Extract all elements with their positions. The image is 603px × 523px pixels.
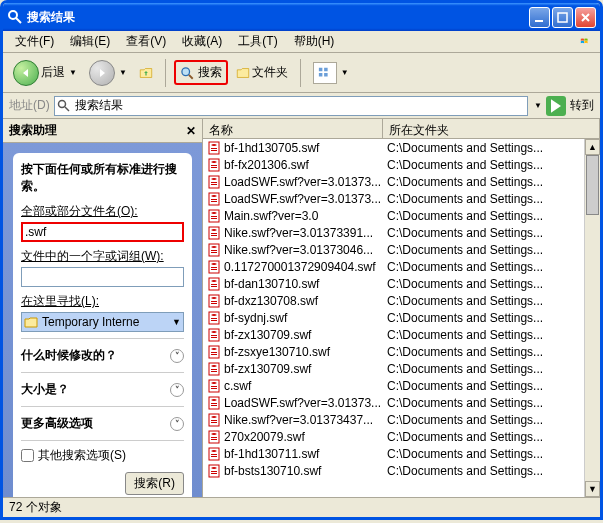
back-button[interactable]: 后退 ▼ (9, 58, 81, 88)
up-button[interactable] (135, 64, 157, 82)
svg-rect-71 (211, 473, 217, 474)
svg-rect-56 (211, 388, 217, 389)
menu-edit[interactable]: 编辑(E) (62, 31, 118, 52)
svg-rect-52 (211, 369, 217, 370)
menu-favorites[interactable]: 收藏(A) (174, 31, 230, 52)
search-panel: 按下面任何或所有标准进行搜索。 全部或部分文件名(O): 文件中的一个字或词组(… (13, 153, 192, 497)
column-folder[interactable]: 所在文件夹 (383, 119, 600, 138)
column-name[interactable]: 名称 (203, 119, 383, 138)
file-path: C:\Documents and Settings... (387, 175, 584, 189)
back-dropdown-icon[interactable]: ▼ (69, 68, 77, 77)
address-dropdown-icon[interactable]: ▼ (534, 101, 542, 110)
address-value: 搜索结果 (75, 97, 123, 114)
menubar: 文件(F) 编辑(E) 查看(V) 收藏(A) 工具(T) 帮助(H) (3, 31, 600, 53)
file-name: LoadSWF.swf?ver=3.01373... (224, 192, 387, 206)
column-headers: 名称 所在文件夹 (203, 119, 600, 139)
file-row[interactable]: bf-bsts130710.swfC:\Documents and Settin… (203, 462, 584, 479)
menu-file[interactable]: 文件(F) (7, 31, 62, 52)
word-label: 文件中的一个字或词组(W): (21, 248, 184, 265)
file-path: C:\Documents and Settings... (387, 226, 584, 240)
file-row[interactable]: LoadSWF.swf?ver=3.01373...C:\Documents a… (203, 394, 584, 411)
svg-rect-38 (211, 286, 217, 287)
file-name: bf-sydnj.swf (224, 311, 387, 325)
file-row[interactable]: bf-zx130709.swfC:\Documents and Settings… (203, 360, 584, 377)
more-options-expand[interactable]: 更多高级选项 ˅ (21, 413, 184, 434)
when-modified-expand[interactable]: 什么时候修改的？ ˅ (21, 345, 184, 366)
go-button[interactable] (546, 96, 566, 116)
lookin-select[interactable]: Temporary Interne ▼ (21, 312, 184, 332)
search-button[interactable]: 搜索(R) (125, 472, 184, 495)
file-path: C:\Documents and Settings... (387, 396, 584, 410)
scroll-thumb[interactable] (586, 155, 599, 215)
close-button[interactable] (575, 7, 596, 28)
svg-rect-31 (211, 250, 217, 251)
svg-rect-14 (211, 150, 217, 151)
chevron-down-icon: ˅ (170, 349, 184, 363)
address-icon (57, 99, 71, 113)
go-label: 转到 (570, 97, 594, 114)
status-text: 72 个对象 (9, 499, 62, 516)
file-path: C:\Documents and Settings... (387, 430, 584, 444)
size-expand[interactable]: 大小是？ ˅ (21, 379, 184, 400)
menu-view[interactable]: 查看(V) (118, 31, 174, 52)
forward-dropdown-icon[interactable]: ▼ (119, 68, 127, 77)
scroll-down-icon[interactable]: ▼ (585, 481, 600, 497)
file-row[interactable]: LoadSWF.swf?ver=3.01373...C:\Documents a… (203, 173, 584, 190)
file-row[interactable]: Main.swf?ver=3.0C:\Documents and Setting… (203, 207, 584, 224)
sidebar-close-icon[interactable]: ✕ (186, 124, 196, 138)
file-row[interactable]: Nike.swf?ver=3.01373391...C:\Documents a… (203, 224, 584, 241)
file-row[interactable]: Nike.swf?ver=3.01373437...C:\Documents a… (203, 411, 584, 428)
svg-rect-34 (211, 267, 217, 268)
menu-help[interactable]: 帮助(H) (286, 31, 343, 52)
search-heading: 按下面任何或所有标准进行搜索。 (21, 161, 184, 195)
views-button[interactable]: ▼ (309, 60, 353, 86)
word-input[interactable] (21, 267, 184, 287)
file-name: bf-dxz130708.swf (224, 294, 387, 308)
search-toolbar-button[interactable]: 搜索 (174, 60, 228, 85)
file-row[interactable]: bf-1hd130705.swfC:\Documents and Setting… (203, 139, 584, 156)
svg-rect-23 (211, 201, 217, 202)
svg-rect-9 (324, 73, 328, 77)
svg-rect-3 (558, 13, 567, 22)
file-row[interactable]: bf-zx130709.swfC:\Documents and Settings… (203, 326, 584, 343)
scroll-up-icon[interactable]: ▲ (585, 139, 600, 155)
file-row[interactable]: c.swfC:\Documents and Settings... (203, 377, 584, 394)
svg-line-11 (65, 107, 69, 111)
svg-rect-62 (211, 422, 217, 423)
svg-rect-47 (211, 337, 217, 338)
minimize-button[interactable] (529, 7, 550, 28)
svg-rect-29 (211, 235, 217, 236)
svg-rect-46 (211, 335, 217, 336)
titlebar[interactable]: 搜索结果 (3, 3, 600, 31)
file-row[interactable]: 0.1172700013729094­04.swfC:\Documents an… (203, 258, 584, 275)
file-row[interactable]: bf-1hd130711.swfC:\Documents and Setting… (203, 445, 584, 462)
file-name: bf-zsxye130710.swf (224, 345, 387, 359)
other-options-checkbox[interactable] (21, 449, 34, 462)
maximize-button[interactable] (552, 7, 573, 28)
svg-rect-13 (211, 148, 217, 149)
file-path: C:\Documents and Settings... (387, 294, 584, 308)
file-path: C:\Documents and Settings... (387, 192, 584, 206)
file-path: C:\Documents and Settings... (387, 243, 584, 257)
file-row[interactable]: Nike.swf?ver=3.01373046...C:\Documents a… (203, 241, 584, 258)
file-row[interactable]: 270x20079.swfC:\Documents and Settings..… (203, 428, 584, 445)
menu-tools[interactable]: 工具(T) (230, 31, 285, 52)
file-row[interactable]: LoadSWF.swf?ver=3.01373...C:\Documents a… (203, 190, 584, 207)
folders-button[interactable]: 文件夹 (232, 62, 292, 83)
file-row[interactable]: bf-zsxye130710.swfC:\Documents and Setti… (203, 343, 584, 360)
file-name: Nike.swf?ver=3.01373046... (224, 243, 387, 257)
file-name: bf-bsts130710.swf (224, 464, 387, 478)
filename-input[interactable] (21, 222, 184, 242)
file-path: C:\Documents and Settings... (387, 413, 584, 427)
address-input[interactable]: 搜索结果 (54, 96, 528, 116)
file-row[interactable]: bf-fx201306.swfC:\Documents and Settings… (203, 156, 584, 173)
dropdown-arrow-icon: ▼ (172, 317, 181, 327)
file-row[interactable]: bf-sydnj.swfC:\Documents and Settings... (203, 309, 584, 326)
file-name: 270x20079.swf (224, 430, 387, 444)
forward-button[interactable]: ▼ (85, 58, 131, 88)
file-list: bf-1hd130705.swfC:\Documents and Setting… (203, 139, 584, 479)
vertical-scrollbar[interactable]: ▲ ▼ (584, 139, 600, 497)
file-name: Main.swf?ver=3.0 (224, 209, 387, 223)
file-row[interactable]: bf-dan130710.swfC:\Documents and Setting… (203, 275, 584, 292)
file-row[interactable]: bf-dxz130708.swfC:\Documents and Setting… (203, 292, 584, 309)
